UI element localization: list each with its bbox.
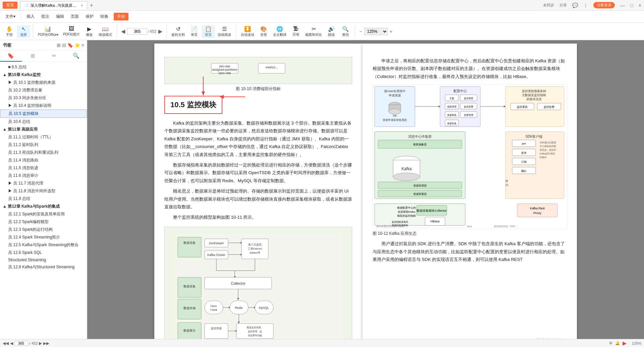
- add-tab-button[interactable]: +: [87, 2, 96, 8]
- home-button[interactable]: 首页: [3, 2, 17, 9]
- status-settings-icon[interactable]: ⚙: [609, 341, 612, 345]
- close-button[interactable]: ×: [639, 3, 641, 8]
- toc-item-11-6[interactable]: 员 11.6 消息审计: [0, 172, 87, 180]
- toc-item-11-4[interactable]: 员 11.4 消息路由: [0, 156, 87, 164]
- toc-item-11-1[interactable]: 员 11.1 过期时间（TTL）: [0, 133, 87, 141]
- menu-protect[interactable]: 保护: [83, 12, 96, 21]
- tool-bar: ✋ 手型 ↖ 选择 📊 PDF转Office▾ 🖼 PDF转图片 ▶ 播放 📖 …: [0, 23, 644, 40]
- menu-convert[interactable]: 转换: [98, 12, 111, 21]
- toc-item-12-2[interactable]: 员 12.2 Spark编程模型: [0, 218, 87, 226]
- start-button[interactable]: 开始: [114, 13, 128, 20]
- svg-text:置信息，然后对: 置信息，然后对: [540, 149, 556, 151]
- read-mode-button[interactable]: 📖 阅读模式: [97, 25, 114, 38]
- zoom-out-icon[interactable]: −: [358, 28, 363, 35]
- rotate-button[interactable]: ↺ 旋转文档: [169, 25, 187, 38]
- translate-button[interactable]: 🌐 全文翻译: [271, 25, 288, 38]
- screenshot-button[interactable]: ✂ 截图和对比: [303, 25, 324, 38]
- toc-item-11-9[interactable]: 员 11.9 总结: [0, 195, 87, 203]
- toc-item-label: 员 10.2 消费滞后量: [8, 87, 42, 93]
- toc-item-12-7[interactable]: Structured Streaming: [0, 257, 87, 263]
- svg-text:资源管理层: 资源管理层: [413, 184, 427, 187]
- sidebar-tab-thumbnails[interactable]: ⊞: [22, 51, 44, 62]
- sidebar-expand-icon[interactable]: ⊞: [57, 43, 61, 48]
- toc-item-9-5[interactable]: ■ 9.5 总结: [0, 63, 87, 71]
- play-button[interactable]: ▶ 播放: [83, 25, 96, 38]
- sidebar-star-icon[interactable]: ⭐: [74, 43, 80, 48]
- svg-text:Java: Java: [467, 225, 472, 227]
- status-notification-icon[interactable]: 🔔: [615, 341, 620, 345]
- nav-next-button[interactable]: ▶: [39, 341, 42, 346]
- toc-item-11-2[interactable]: 员 11.2 延时队列: [0, 141, 87, 149]
- toc-item-11-7[interactable]: ▶ 员 11.7 消息代理: [0, 180, 87, 187]
- status-play-icon[interactable]: ▶: [623, 340, 627, 346]
- pdf-to-office-button[interactable]: 📊 PDF转Office▾: [36, 25, 60, 38]
- toc-item-10-5[interactable]: 员 10.5 监控模块: [0, 110, 87, 118]
- read-aloud-button[interactable]: 🔊 朗读: [325, 25, 338, 38]
- toc-item-12-1[interactable]: 员 12.1 Spark的安装及简单应用: [0, 210, 87, 218]
- toc-item-ch12[interactable]: ▲ 第12章 Kafka与Spark的集成: [0, 203, 87, 210]
- toc-item-label: ▲ 第10章 Kafka监控: [3, 72, 41, 78]
- zoom-in-icon[interactable]: +: [388, 28, 394, 35]
- auto-scroll-button[interactable]: ⏬ 自动滚动: [239, 25, 256, 38]
- search-button[interactable]: 🔍 查找: [339, 25, 352, 38]
- toc-item-12-8[interactable]: 员 12.8 Kafka与Structured Streaming: [0, 263, 87, 271]
- single-page-label: 单页: [191, 32, 198, 37]
- toc-item-ch11[interactable]: ▲ 第11章 高级应用: [0, 126, 87, 133]
- more-icon[interactable]: ⋮: [583, 3, 588, 8]
- sidebar-tab-search[interactable]: 🔍: [65, 51, 87, 62]
- menu-file[interactable]: 文件▾: [3, 12, 18, 21]
- nav-prev-arrow[interactable]: ◀: [120, 27, 126, 36]
- toc-item-10-2[interactable]: 员 10.2 消费滞后量: [0, 86, 87, 94]
- minimize-button[interactable]: —: [620, 3, 625, 8]
- toc-item-11-3[interactable]: 员 11.3 死信队列和重试队列: [0, 149, 87, 156]
- toc-item-11-8[interactable]: ▶ 员 11.8 消息中间件选型: [0, 187, 87, 195]
- select-tool[interactable]: ↖ 选择: [17, 25, 30, 38]
- toc-item-10-4[interactable]: ▶ 员 10.4 监控指标说明: [0, 102, 87, 110]
- maximize-button[interactable]: □: [630, 3, 633, 8]
- pdf-to-img-button[interactable]: 🖼 PDF转图片: [61, 25, 82, 38]
- compress-button[interactable]: 🗜 压缩: [289, 25, 303, 38]
- toc-item-11-5[interactable]: 员 11.5 消息轨迹: [0, 164, 87, 172]
- nav-first-button[interactable]: ◀◀: [3, 341, 9, 346]
- nav-prev-button[interactable]: ◀: [10, 341, 13, 346]
- comment-icon[interactable]: 💬: [572, 3, 578, 8]
- zoom-select[interactable]: 125% 100% 150% 75%: [364, 28, 388, 35]
- toc-item-ch10[interactable]: ▲ 第10章 Kafka监控: [0, 71, 87, 79]
- toc-item-12-3[interactable]: 员 12.3 Spark的运行结构: [0, 226, 87, 233]
- select-icon: ↖: [21, 26, 26, 32]
- pdf-display-area[interactable]: join-rate assigned-partitions sync-rate …: [87, 40, 644, 339]
- menu-annotate[interactable]: 批注: [39, 12, 52, 21]
- double-page-button[interactable]: 📋 双页: [202, 25, 215, 38]
- sidebar-bookmark-icon[interactable]: 🔖: [67, 43, 73, 48]
- nav-last-button[interactable]: ▶▶: [43, 341, 49, 346]
- menu-insert[interactable]: 插入: [24, 12, 37, 21]
- single-page-button[interactable]: 📄 单页: [187, 25, 201, 38]
- tab-close-icon[interactable]: ×: [81, 4, 83, 7]
- sidebar-close-icon[interactable]: ×: [82, 43, 84, 48]
- toc-item-12-4[interactable]: 员 12.4 Spark Streaming简介: [0, 233, 87, 241]
- sidebar-tab-annotations[interactable]: ✏: [44, 51, 65, 62]
- svg-text:的操作: 的操作: [540, 156, 547, 158]
- page-input[interactable]: [127, 28, 147, 35]
- status-page-input[interactable]: [14, 341, 28, 346]
- share-label[interactable]: 分享: [559, 3, 567, 8]
- menu-page[interactable]: 页面: [68, 12, 82, 21]
- svg-text:及其他语言如：PHP...: 及其他语言如：PHP...: [494, 225, 517, 228]
- sidebar-tab-bookmarks[interactable]: 🔖: [0, 51, 22, 62]
- toc-item-10-6[interactable]: 员 10.6 总结: [0, 118, 87, 126]
- toc-item-10-3[interactable]: 员 10.3 同步失效分区: [0, 94, 87, 102]
- toc-item-12-6[interactable]: 员 12.6 Spark SQL: [0, 249, 87, 257]
- background-button[interactable]: 🎨 背景: [257, 25, 270, 38]
- sidebar-collapse-icon[interactable]: ⊟: [62, 43, 66, 48]
- status-icons: ⚙ 🔔 ▶: [609, 340, 627, 346]
- page-total: 452: [150, 29, 156, 34]
- menu-edit[interactable]: 编辑: [53, 12, 67, 21]
- toc-item-10-1[interactable]: ▶ 员 10.1 监控数据的来源: [0, 79, 87, 86]
- nav-next-arrow[interactable]: ▶: [157, 27, 164, 36]
- read-aloud-label: 朗读: [328, 32, 335, 37]
- vip-button[interactable]: 访客登录: [593, 2, 615, 8]
- active-tab[interactable]: 📄 深入理解Kafka...与实践原理.pdf ×: [20, 1, 87, 9]
- hand-tool[interactable]: ✋ 手型: [3, 25, 16, 38]
- toc-item-12-5[interactable]: 员 12.5 Kafka与Spark Streaming的整合: [0, 241, 87, 249]
- continuous-button[interactable]: ☰ 连续阅读: [216, 25, 233, 38]
